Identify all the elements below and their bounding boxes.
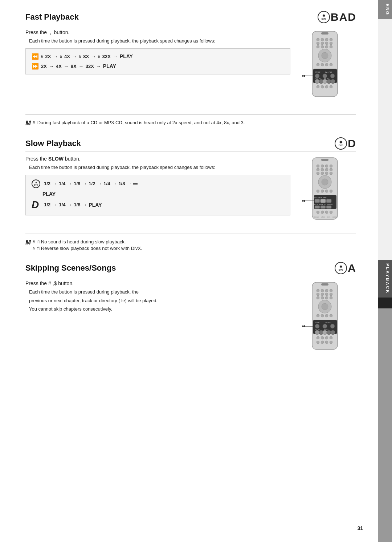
- svg-rect-1: [321, 32, 328, 35]
- fast-speed-chart: ⏪ fi 2X → fi 4X → fi 8X → fi 32X → PLAY: [25, 48, 290, 74]
- skipping-badges: ✱ DVD A: [335, 262, 356, 274]
- svg-point-107: [315, 324, 319, 328]
- slow-note-text2: fi Reverse slow playback does not work w…: [37, 246, 142, 251]
- svg-rect-66: [326, 199, 331, 203]
- fast-note: M fi During fast playback of a CD or MP3…: [25, 120, 356, 126]
- slow-fraction-row2: 1/2 → 1/4 → 1/8 → PLAY: [44, 202, 102, 208]
- svg-point-76: [330, 211, 332, 214]
- fast-speed-row1: ⏪ fi 2X → fi 4X → fi 8X → fi 32X → PLAY: [32, 53, 284, 60]
- slow-note-text: fi fi No sound is heard during slow play…: [33, 239, 142, 251]
- fast-row2-play: PLAY: [103, 63, 116, 69]
- svg-rect-0: [312, 31, 338, 97]
- svg-point-51: [321, 172, 324, 175]
- skipping-section: Skipping Scenes/Songs ✱ DVD A Press the …: [25, 262, 356, 360]
- fast-speed-row2: ⏩ 2X → 4X → 8X → 32X → PLAY: [32, 63, 284, 70]
- svg-point-56: [317, 190, 319, 193]
- svg-point-44: [325, 165, 328, 167]
- slow-speed-chart: ✱ DVD 1/2 → 1/4 → 1/8 → 1/2 → 1/4: [25, 175, 290, 215]
- fast-row2-2x: 2X: [41, 64, 47, 69]
- svg-point-30: [323, 79, 327, 84]
- svg-point-112: [315, 330, 319, 335]
- fast-arrow5: →: [49, 64, 54, 69]
- slow-playback-content: Press the SLOW button. Each time the but…: [25, 156, 356, 228]
- f2-2: 1/2: [44, 202, 50, 207]
- dvd-text: DVD: [322, 18, 326, 20]
- svg-point-114: [323, 330, 327, 335]
- slow-note-line1: fi fi No sound is heard during slow play…: [33, 239, 142, 244]
- slow-note-m: M: [25, 239, 31, 246]
- fast-remote-image: STEP PAUSE STOP PLAY: [298, 29, 356, 109]
- slow-dvd-star: ✱: [339, 141, 342, 144]
- svg-point-57: [321, 190, 324, 193]
- f1-a2: →: [67, 181, 72, 186]
- svg-point-4: [325, 38, 328, 41]
- fast-note-text: fi During fast playback of a CD or MP3-C…: [33, 120, 245, 125]
- slow-note-line2: fi fi Reverse slow playback does not wor…: [33, 246, 142, 251]
- fast-row1-2x: 2X: [45, 54, 51, 59]
- badge-b: B: [331, 11, 339, 23]
- rewind-icon: ⏪: [32, 53, 39, 60]
- svg-point-8: [325, 42, 328, 45]
- slow-press-button: button.: [65, 156, 81, 162]
- slow-fraction-row1: 1/2 → 1/4 → 1/8 → 1/2 → 1/4 → 1/8 →: [44, 181, 138, 186]
- f2-8: 1/8: [74, 202, 80, 207]
- svg-point-102: [325, 314, 328, 317]
- svg-point-42: [317, 165, 319, 167]
- fast-arrow1: →: [53, 54, 58, 59]
- slow-divider: [25, 234, 356, 234]
- fast-press-comma: ,: [50, 29, 51, 35]
- svg-point-7: [321, 42, 324, 45]
- svg-point-93: [330, 293, 332, 296]
- svg-text:BVG: BVG: [327, 216, 330, 218]
- svg-point-95: [321, 296, 324, 299]
- slow-inline-dvd: DVD: [34, 184, 38, 186]
- slow-remote-svg: SLOW ZOOM INFO RETURN JKJR INPUT: [301, 156, 352, 228]
- svg-point-34: [321, 85, 324, 88]
- skipping-text: Press the # ,$ button. Each time the but…: [25, 280, 290, 360]
- svg-point-116: [331, 330, 335, 335]
- f1-a5: →: [112, 181, 117, 186]
- svg-point-17: [321, 63, 324, 66]
- fast-row2-8x: 8X: [71, 64, 77, 69]
- slow-dvd-inline: ✱ DVD: [32, 179, 40, 188]
- svg-point-31: [327, 79, 331, 84]
- svg-point-73: [317, 211, 319, 214]
- skipping-remote-image: STEP PAUSE STOP PLAY: [298, 280, 356, 360]
- svg-point-120: [317, 336, 319, 339]
- f1-2: 1/2: [44, 181, 50, 186]
- f2-a2: →: [67, 202, 72, 207]
- fast-arrow4: →: [113, 54, 118, 59]
- skipping-content: Press the # ,$ button. Each time the but…: [25, 280, 356, 360]
- svg-point-94: [317, 296, 319, 299]
- slow-press-bold: SLOW: [48, 156, 65, 162]
- slow-play-label: PLAY: [42, 191, 284, 197]
- svg-point-108: [323, 324, 327, 328]
- fast-row1-fi2: fi: [60, 54, 62, 58]
- svg-point-83: [302, 200, 303, 202]
- svg-point-36: [330, 85, 332, 88]
- skip-badge-a: A: [348, 262, 356, 274]
- slow-desc: Each time the button is pressed during p…: [29, 164, 290, 171]
- skip-dvd-star: ✱: [339, 265, 342, 269]
- svg-point-100: [317, 314, 319, 317]
- slow-speed-row1: ✱ DVD 1/2 → 1/4 → 1/8 → 1/2 → 1/4: [32, 179, 284, 188]
- svg-point-74: [321, 211, 324, 214]
- f2-a1: →: [52, 202, 57, 207]
- svg-point-58: [325, 190, 328, 193]
- slow-fi1: fi: [33, 240, 35, 244]
- fast-row1-4x: 4X: [64, 54, 70, 59]
- f1-a1: →: [52, 181, 57, 186]
- f1-4b: 1/4: [103, 181, 110, 186]
- fast-playback-badges: ✱ DVD B A D: [318, 11, 356, 23]
- svg-point-43: [321, 165, 324, 167]
- fast-press-btn: button.: [54, 29, 70, 35]
- fast-playback-text: Press the , button. Each time the button…: [25, 29, 290, 109]
- fast-remote-svg: STEP PAUSE STOP PLAY: [301, 29, 352, 109]
- tab-black-bar: [378, 298, 392, 308]
- f1-a3: →: [82, 181, 87, 186]
- svg-point-18: [325, 63, 328, 66]
- f2-4: 1/4: [59, 202, 65, 207]
- fast-arrow6: →: [64, 64, 69, 69]
- svg-point-49: [330, 168, 332, 171]
- svg-point-48: [325, 168, 328, 171]
